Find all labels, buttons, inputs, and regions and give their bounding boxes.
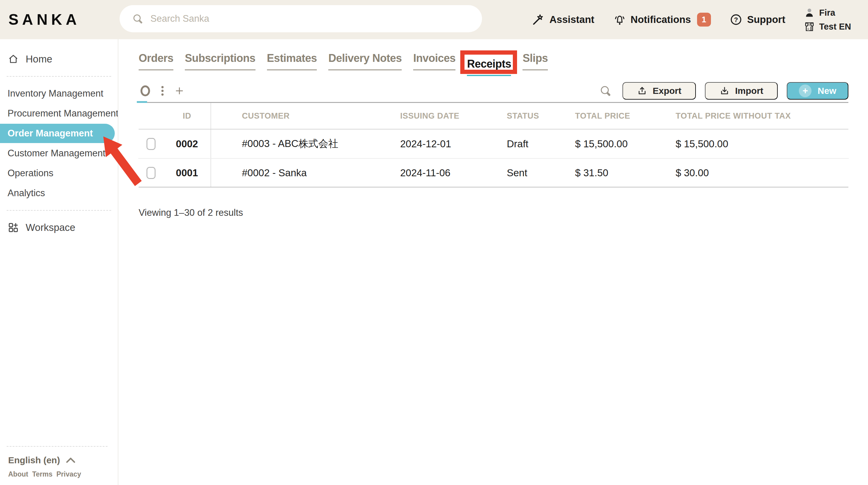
more-options-icon[interactable] [160, 85, 164, 97]
magic-wand-icon [532, 13, 545, 26]
table-actions: Export Import + New [599, 82, 848, 100]
row-checkbox[interactable] [147, 167, 156, 179]
header-checkbox-spacer [138, 103, 163, 129]
assistant-button[interactable]: Assistant [532, 13, 594, 26]
tab-estimates[interactable]: Estimates [267, 52, 317, 70]
global-search[interactable] [120, 5, 482, 32]
sidebar-divider [7, 210, 111, 211]
top-bar: SANKA Assistant [0, 0, 868, 39]
export-label: Export [653, 86, 681, 96]
account-workspace-row: Test EN [804, 21, 851, 32]
language-selector[interactable]: English (en) [0, 455, 114, 465]
support-button[interactable]: ? Support [730, 13, 785, 26]
notifications-label: Notifications [630, 14, 691, 25]
user-avatar-icon [804, 7, 815, 18]
sidebar-item-label: Workspace [26, 222, 75, 233]
table-header-row: ID CUSTOMER ISSUING DATE STATUS TOTAL PR… [138, 103, 848, 129]
support-label: Support [747, 14, 785, 25]
import-button[interactable]: Import [705, 82, 778, 100]
search-icon [132, 13, 143, 24]
sidebar-nav: Home Inventory Management Procurement Ma… [0, 39, 118, 237]
add-view-icon[interactable] [174, 86, 185, 96]
cell-customer: #0002 - Sanka [211, 159, 390, 187]
export-icon [637, 86, 647, 96]
tab-delivery-notes[interactable]: Delivery Notes [328, 52, 402, 70]
column-header-id: ID [163, 103, 211, 129]
sidebar-item-workspace[interactable]: Workspace [0, 218, 118, 237]
sidebar-item-customer-management[interactable]: Customer Management [0, 144, 118, 163]
topbar-actions: Assistant Notifications 1 ? Sup [532, 0, 851, 39]
sidebar-divider [7, 446, 107, 447]
cell-status: Draft [497, 129, 565, 158]
sidebar-item-label: Home [26, 54, 52, 65]
new-label: New [817, 86, 836, 96]
terms-link[interactable]: Terms [32, 470, 52, 478]
cell-customer: #0003 - ABC株式会社 [211, 129, 390, 158]
cell-issuing-date: 2024-11-06 [390, 159, 497, 187]
workspace-grid-icon [7, 222, 19, 233]
tab-receipts-wrapper: Receipts [467, 58, 511, 70]
svg-text:?: ? [734, 16, 738, 24]
sidebar-item-inventory-management[interactable]: Inventory Management [0, 84, 118, 103]
user-name: Fira [819, 8, 835, 18]
sidebar-item-operations[interactable]: Operations [0, 164, 118, 183]
search-input[interactable] [150, 13, 453, 24]
cell-total-price-without-tax: $ 15,500.00 [665, 129, 848, 158]
row-checkbox-cell [138, 129, 163, 158]
document-tabs: Orders Subscriptions Estimates Delivery … [138, 52, 848, 70]
about-link[interactable]: About [8, 470, 28, 478]
sidebar-item-procurement-management[interactable]: Procurement Management [0, 104, 118, 123]
notifications-button[interactable]: Notifications 1 [613, 13, 711, 27]
main-content: Orders Subscriptions Estimates Delivery … [119, 39, 868, 485]
language-label: English (en) [8, 455, 60, 465]
sidebar-item-label: Operations [7, 168, 54, 179]
notifications-count-badge: 1 [697, 13, 711, 27]
bell-icon [613, 13, 626, 26]
cell-issuing-date: 2024-12-01 [390, 129, 497, 158]
sidebar-item-home[interactable]: Home [0, 50, 118, 69]
plus-icon: + [799, 85, 811, 97]
sidebar-item-label: Customer Management [7, 148, 105, 159]
results-count: Viewing 1–30 of 2 results [138, 207, 848, 218]
sidebar-item-order-management[interactable]: Order Management [0, 124, 115, 143]
column-header-customer: CUSTOMER [211, 103, 390, 129]
legal-links: About Terms Privacy [0, 470, 114, 478]
tab-subscriptions[interactable]: Subscriptions [185, 52, 255, 70]
cell-total-price: $ 31.50 [565, 159, 665, 187]
row-checkbox[interactable] [147, 138, 156, 150]
sidebar-item-label: Inventory Management [7, 88, 103, 99]
sidebar-divider [7, 76, 111, 77]
sidebar-item-analytics[interactable]: Analytics [0, 184, 118, 203]
new-button[interactable]: + New [787, 82, 848, 100]
row-checkbox-cell [138, 159, 163, 187]
list-toolbar: Export Import + New [138, 79, 848, 103]
cell-total-price: $ 15,500.00 [565, 129, 665, 158]
column-header-status: STATUS [497, 103, 565, 129]
workspace-name: Test EN [819, 22, 851, 32]
chevron-up-icon [65, 457, 76, 464]
sidebar-footer: English (en) About Terms Privacy [0, 439, 114, 478]
column-header-total-price-without-tax: TOTAL PRICE WITHOUT TAX [665, 103, 848, 129]
tab-receipts[interactable]: Receipts [467, 58, 511, 76]
storefront-icon [804, 21, 815, 32]
tab-invoices[interactable]: Invoices [413, 52, 456, 70]
active-view-indicator [137, 101, 147, 103]
table-row[interactable]: 0002 #0003 - ABC株式会社 2024-12-01 Draft $ … [138, 129, 848, 158]
sidebar-item-label: Order Management [7, 128, 93, 139]
table-search-icon[interactable] [599, 85, 612, 97]
export-button[interactable]: Export [622, 82, 696, 100]
question-circle-icon: ? [730, 13, 742, 26]
privacy-link[interactable]: Privacy [57, 470, 81, 478]
sidebar: Home Inventory Management Procurement Ma… [0, 39, 118, 485]
tab-orders[interactable]: Orders [138, 52, 173, 70]
tab-slips[interactable]: Slips [523, 52, 548, 70]
assistant-label: Assistant [549, 14, 594, 25]
view-circle-icon[interactable] [140, 85, 151, 97]
column-header-issuing-date: ISSUING DATE [390, 103, 497, 129]
cell-status: Sent [497, 159, 565, 187]
home-icon [7, 54, 19, 65]
cell-total-price-without-tax: $ 30.00 [665, 159, 848, 187]
account-menu[interactable]: Fira Test EN [804, 7, 851, 32]
table-row[interactable]: 0001 #0002 - Sanka 2024-11-06 Sent $ 31.… [138, 158, 848, 187]
cell-id: 0001 [163, 159, 211, 187]
